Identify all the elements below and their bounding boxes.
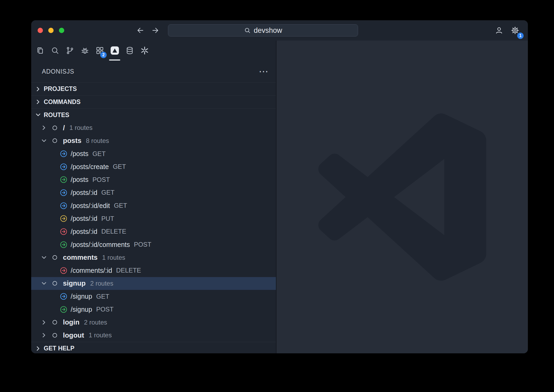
section-header-projects[interactable]: PROJECTS bbox=[31, 82, 276, 95]
route-path: /posts bbox=[71, 176, 89, 183]
git-branch-icon bbox=[66, 46, 74, 55]
group-label: login bbox=[63, 318, 79, 326]
route-row[interactable]: /posts/create GET bbox=[31, 160, 276, 173]
search-icon bbox=[51, 46, 59, 55]
route-method: DELETE bbox=[101, 228, 126, 235]
command-center-search[interactable]: devshow bbox=[168, 24, 358, 37]
section-header-routes[interactable]: ROUTES bbox=[31, 108, 276, 121]
route-row[interactable]: /posts/:id/edit GET bbox=[31, 199, 276, 212]
forward-arrow-icon bbox=[151, 26, 160, 35]
route-row[interactable]: /posts POST bbox=[31, 173, 276, 186]
route-method-icon bbox=[60, 267, 67, 274]
route-group-row[interactable]: signup 2 routes bbox=[31, 277, 276, 290]
zoom-window-button[interactable] bbox=[59, 28, 64, 33]
title-bar: devshow 1 bbox=[31, 20, 528, 41]
minimize-window-button[interactable] bbox=[48, 28, 54, 33]
vscode-logo-watermark bbox=[318, 113, 486, 281]
files-icon bbox=[36, 46, 45, 55]
route-method-icon bbox=[60, 228, 67, 235]
route-group-row[interactable]: login 2 routes bbox=[31, 316, 276, 329]
route-row[interactable]: /comments/:id DELETE bbox=[31, 264, 276, 277]
activity-item-database[interactable] bbox=[123, 41, 136, 61]
route-row[interactable]: /posts/:id/comments POST bbox=[31, 238, 276, 251]
settings-badge: 1 bbox=[517, 33, 524, 39]
activity-item-adonisjs[interactable] bbox=[109, 41, 121, 61]
route-group-icon bbox=[53, 126, 57, 130]
route-method: GET bbox=[101, 189, 114, 196]
bug-icon bbox=[81, 46, 89, 55]
route-row[interactable]: /posts GET bbox=[31, 147, 276, 160]
route-group-icon bbox=[53, 281, 57, 286]
route-group-icon bbox=[53, 333, 57, 338]
route-group-icon bbox=[53, 255, 57, 260]
route-method-icon bbox=[60, 189, 67, 196]
activity-item-search[interactable] bbox=[49, 41, 61, 61]
sidebar-sections: PROJECTS COMMANDS ROUTES / 1 routes post… bbox=[31, 82, 276, 353]
settings-button[interactable]: 1 bbox=[510, 25, 520, 36]
forward-button[interactable] bbox=[151, 26, 160, 35]
traffic-lights bbox=[31, 28, 64, 33]
close-window-button[interactable] bbox=[38, 28, 43, 33]
back-button[interactable] bbox=[135, 26, 145, 35]
route-method-icon bbox=[60, 176, 67, 183]
more-actions-icon[interactable]: ⋯ bbox=[259, 69, 268, 74]
section-header-commands[interactable]: COMMANDS bbox=[31, 95, 276, 109]
chevron-icon bbox=[41, 254, 47, 261]
section-label: COMMANDS bbox=[44, 98, 81, 106]
route-method-icon bbox=[60, 306, 67, 313]
route-path: /posts/:id/comments bbox=[71, 241, 130, 249]
group-label: / bbox=[63, 124, 65, 132]
section-header-get-help[interactable]: GET HELP bbox=[31, 342, 276, 353]
route-group-row[interactable]: comments 1 routes bbox=[31, 251, 276, 264]
group-label: signup bbox=[63, 279, 86, 287]
group-count: 1 routes bbox=[102, 254, 125, 261]
route-method: GET bbox=[93, 150, 106, 158]
route-row[interactable]: /signup GET bbox=[31, 290, 276, 303]
section-label: ROUTES bbox=[44, 111, 69, 119]
route-method: GET bbox=[96, 293, 109, 300]
panel-title: ADONISJS bbox=[42, 68, 74, 75]
vscode-window: devshow 1 bbox=[31, 20, 528, 353]
route-method: GET bbox=[114, 202, 127, 209]
group-label: comments bbox=[63, 253, 98, 262]
routes-tree: / 1 routes posts 8 routes /posts GET /po… bbox=[31, 121, 276, 342]
sidebar: 2 bbox=[31, 41, 276, 353]
route-row[interactable]: /signup POST bbox=[31, 303, 276, 316]
route-row[interactable]: /posts/:id DELETE bbox=[31, 225, 276, 238]
route-path: /posts/:id/edit bbox=[71, 202, 110, 210]
route-method: GET bbox=[113, 163, 126, 170]
main-area: 2 bbox=[31, 41, 528, 353]
route-path: /signup bbox=[71, 293, 92, 300]
chevron-icon bbox=[41, 332, 47, 338]
chevron-icon bbox=[41, 125, 47, 131]
route-method-icon bbox=[60, 202, 67, 209]
group-count: 1 routes bbox=[89, 331, 112, 339]
route-group-row[interactable]: posts 8 routes bbox=[31, 134, 276, 147]
route-method-icon bbox=[60, 215, 67, 222]
group-label: logout bbox=[63, 331, 84, 339]
openai-icon bbox=[140, 46, 149, 55]
route-method-icon bbox=[60, 150, 67, 157]
route-method-icon bbox=[60, 241, 67, 248]
extensions-badge: 2 bbox=[100, 52, 107, 58]
activity-item-source-control[interactable] bbox=[64, 41, 76, 61]
activity-item-extensions[interactable]: 2 bbox=[94, 41, 106, 61]
chevron-icon bbox=[35, 99, 41, 105]
activity-item-openai[interactable] bbox=[138, 41, 151, 61]
vscode-logo-icon bbox=[318, 113, 486, 281]
route-group-row[interactable]: / 1 routes bbox=[31, 121, 276, 134]
route-method: POST bbox=[96, 306, 114, 313]
group-count: 1 routes bbox=[69, 124, 93, 131]
route-group-row[interactable]: logout 1 routes bbox=[31, 329, 276, 342]
group-count: 2 routes bbox=[90, 280, 113, 287]
group-label: posts bbox=[63, 137, 81, 145]
route-row[interactable]: /posts/:id GET bbox=[31, 186, 276, 199]
route-row[interactable]: /posts/:id PUT bbox=[31, 212, 276, 225]
activity-item-explorer[interactable] bbox=[34, 41, 46, 61]
account-button[interactable] bbox=[494, 25, 504, 36]
route-method: DELETE bbox=[116, 267, 141, 274]
search-value: devshow bbox=[254, 26, 282, 35]
adonisjs-icon bbox=[110, 46, 119, 55]
section-label: PROJECTS bbox=[44, 85, 77, 93]
activity-item-debug[interactable] bbox=[79, 41, 91, 61]
